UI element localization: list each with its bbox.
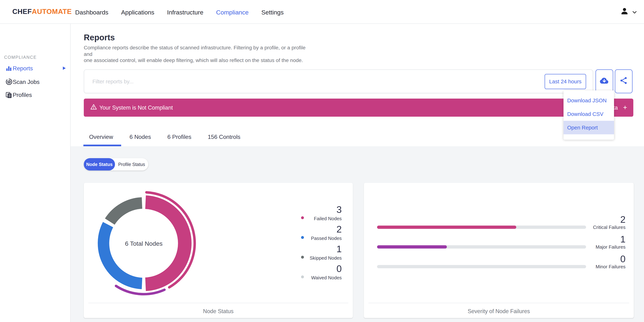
minor-failures-stat: 0 Minor Failures [502, 254, 626, 270]
tab-controls[interactable]: 156 Controls [208, 132, 240, 142]
legend-label: Skipped Nodes [310, 256, 342, 260]
download-menu: Download JSON Download CSV Open Report [564, 90, 614, 140]
severity-card: 2 Critical Failures 1 Major Failures 0 M… [364, 183, 634, 318]
failed-dot-icon [301, 216, 304, 219]
bar-chart-icon [6, 65, 12, 72]
nav-infrastructure[interactable]: Infrastructure [167, 8, 203, 16]
status-toggle: Node Status Profile Status [84, 158, 148, 170]
logo-automate-text: AUTOMATE [32, 8, 72, 16]
user-menu[interactable] [620, 0, 636, 24]
time-range-button[interactable]: Last 24 hours [544, 74, 586, 89]
radar-icon [6, 78, 12, 85]
profile-status-pill[interactable]: Profile Status [115, 158, 148, 170]
tab-profiles[interactable]: 6 Profiles [167, 132, 192, 142]
page-description-line2: one associated control, will enable deep… [84, 58, 314, 64]
sidebar-item-label: Scan Jobs [13, 78, 40, 85]
severity-label: Critical Failures [502, 224, 626, 230]
card-title: Node Status [84, 308, 353, 314]
not-compliant-banner: Your System is Not Compliant ta + [84, 98, 633, 116]
severity-label: Minor Failures [502, 264, 626, 270]
tab-nodes[interactable]: 6 Nodes [130, 132, 151, 142]
legend-label: Waived Nodes [311, 275, 342, 280]
page-description: Compliance reports describe the status o… [84, 45, 314, 64]
chef-automate-logo[interactable]: CHEFAUTOMATE [12, 0, 72, 24]
card-divider [368, 303, 629, 303]
top-nav-bar: CHEFAUTOMATE Dashboards Applications Inf… [0, 0, 644, 24]
legend-item-skipped: 1 Skipped Nodes [276, 244, 342, 260]
menu-item-download-csv[interactable]: Download CSV [564, 107, 614, 121]
legend-label: Passed Nodes [311, 236, 342, 241]
waived-count: 0 [276, 264, 342, 274]
major-count: 1 [502, 234, 626, 244]
passed-count: 2 [276, 224, 342, 234]
nav-compliance[interactable]: Compliance [216, 8, 249, 16]
sidebar-item-reports[interactable]: Reports [0, 63, 71, 73]
app-viewport: CHEFAUTOMATE Dashboards Applications Inf… [0, 0, 644, 322]
nav-applications[interactable]: Applications [121, 8, 154, 16]
compliance-sidebar: COMPLIANCE Reports Scan Jobs [0, 24, 71, 322]
filter-bar [84, 70, 593, 93]
node-status-card: 6 Total Nodes 3 Failed Nodes 2 Passed No… [84, 183, 353, 318]
tab-overview[interactable]: Overview [89, 132, 113, 142]
card-divider [88, 303, 348, 303]
legend-item-failed: 3 Failed Nodes [276, 205, 342, 221]
critical-failures-fill [377, 226, 516, 229]
report-tabs: Overview 6 Nodes 6 Profiles 156 Controls [89, 132, 240, 142]
major-failures-stat: 1 Major Failures [502, 234, 626, 250]
nav-dashboards[interactable]: Dashboards [75, 8, 108, 16]
passed-dot-icon [301, 236, 304, 239]
add-icon[interactable]: + [623, 104, 627, 112]
donut-center-label: 6 Total Nodes [86, 186, 201, 301]
sidebar-item-scan-jobs[interactable]: Scan Jobs [0, 77, 71, 87]
sidebar-item-profiles[interactable]: Profiles [0, 90, 71, 100]
cloud-download-icon [600, 77, 609, 85]
share-button[interactable] [615, 70, 632, 93]
banner-message: Your System is Not Compliant [100, 104, 173, 111]
download-button[interactable] [596, 70, 613, 93]
sidebar-item-label: Profiles [13, 92, 32, 98]
severity-label: Major Failures [502, 244, 626, 250]
critical-failures-stat: 2 Critical Failures [502, 214, 626, 230]
major-failures-fill [377, 245, 447, 248]
menu-item-download-json[interactable]: Download JSON [564, 94, 614, 107]
nav-settings[interactable]: Settings [261, 8, 284, 16]
documents-icon [6, 92, 12, 98]
sidebar-item-label: Reports [13, 65, 33, 72]
user-profile-icon[interactable] [620, 7, 629, 17]
skipped-dot-icon [301, 256, 304, 258]
legend-item-passed: 2 Passed Nodes [276, 224, 342, 240]
node-status-pill[interactable]: Node Status [84, 158, 115, 170]
page-title: Reports [84, 33, 115, 42]
sidebar-section-label: COMPLIANCE [4, 54, 37, 60]
primary-nav: Dashboards Applications Infrastructure C… [75, 0, 284, 24]
minor-count: 0 [502, 254, 626, 264]
page-description-line1: Compliance reports describe the status o… [84, 45, 314, 58]
failed-count: 3 [276, 205, 342, 214]
legend-item-waived: 0 Waived Nodes [276, 264, 342, 280]
filter-reports-input[interactable] [92, 70, 503, 93]
active-tab-indicator [83, 145, 121, 146]
warning-triangle-icon [90, 104, 97, 111]
share-icon [620, 77, 627, 86]
submenu-arrow-icon [63, 66, 66, 70]
skipped-count: 1 [276, 244, 342, 254]
card-title: Severity of Node Failures [364, 308, 634, 314]
chevron-down-icon[interactable] [632, 8, 636, 16]
menu-item-open-report[interactable]: Open Report [564, 121, 614, 134]
waived-dot-icon [301, 275, 304, 278]
legend-label: Failed Nodes [314, 216, 342, 221]
critical-count: 2 [502, 214, 626, 224]
logo-chef-text: CHEF [12, 8, 32, 16]
